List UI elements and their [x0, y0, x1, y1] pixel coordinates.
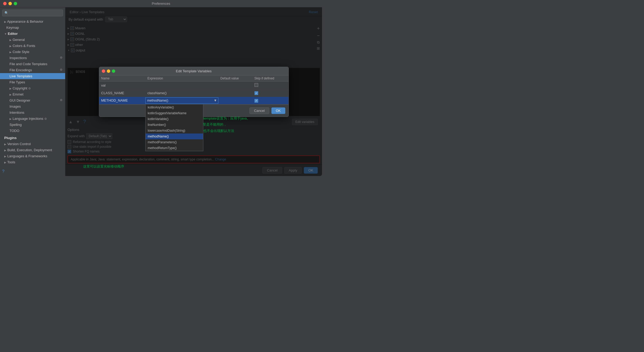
sidebar-section: ▶ Appearance & Behavior Keymap ▼ Editor … [0, 18, 65, 165]
sidebar-item-tools[interactable]: ▶ Tools [0, 159, 65, 165]
sidebar-item-version-control[interactable]: ▶ Version Control [0, 141, 65, 147]
copyright-icon: ⚙ [28, 87, 31, 90]
dropdown-item-7[interactable]: methodReturnType() [146, 145, 203, 151]
sidebar-item-inspections[interactable]: Inspections ⚙ [0, 55, 65, 61]
expr-input-methodname[interactable] [146, 98, 213, 103]
col-default: Default value [218, 75, 252, 82]
dropdown-item-5[interactable]: methodName() [146, 134, 203, 139]
cell-name-methodname: METHOD_NAME [99, 97, 145, 104]
traffic-lights [3, 2, 17, 5]
cell-skip-val[interactable] [252, 81, 289, 89]
sidebar: 🔍 ▶ Appearance & Behavior Keymap ▼ Edito… [0, 7, 65, 176]
cell-skip-methodname[interactable]: ✓ [252, 97, 289, 104]
expand-icon-lang-inj: ▶ [9, 117, 12, 120]
sidebar-item-images[interactable]: Images [0, 103, 65, 110]
help-icon[interactable]: ? [2, 169, 4, 174]
col-expression: Expression [145, 75, 218, 82]
expand-icon: ▶ [4, 20, 6, 23]
gui-designer-icon: ⚙ [60, 98, 63, 102]
sidebar-item-live-templates[interactable]: Live Templates [0, 73, 65, 79]
sidebar-item-colors-fonts[interactable]: ▶ Colors & Fonts [0, 43, 65, 49]
dialog-wrapper: 这里是一些默认方法, 我们的类名，方法名, 就通这些方法获取过 可以设置一个默认… [99, 67, 289, 117]
sidebar-item-spelling[interactable]: Spelling [0, 122, 65, 128]
sidebar-item-languages[interactable]: ▶ Languages & Frameworks [0, 153, 65, 159]
cell-default-val[interactable] [218, 81, 252, 89]
cell-default-classname[interactable] [218, 89, 252, 97]
expand-icon-editor: ▼ [4, 32, 7, 35]
col-name: Name [99, 75, 145, 82]
table-row-methodname[interactable]: METHOD_NAME ▼ [99, 97, 289, 104]
dialog-cancel-button[interactable]: Cancel [249, 107, 269, 114]
sidebar-item-general[interactable]: ▶ General [0, 37, 65, 43]
expand-icon-copyright: ▶ [9, 87, 12, 90]
cell-expr-methodname[interactable]: ▼ kotlinAnyVariable() kotlinSuggestVaria… [145, 97, 218, 104]
cell-name-classname: CLASS_NAME [99, 89, 145, 97]
sidebar-item-emmet[interactable]: ▶ Emmet [0, 91, 65, 97]
minimize-button[interactable] [8, 2, 12, 5]
dialog-fullscreen[interactable] [112, 69, 115, 73]
sidebar-item-editor[interactable]: ▼ Editor [0, 31, 65, 37]
expand-icon-colors: ▶ [9, 45, 12, 47]
sidebar-item-build[interactable]: ▶ Build, Execution, Deployment [0, 147, 65, 153]
sidebar-item-gui-designer[interactable]: GUI Designer ⚙ [0, 97, 65, 103]
annotation-cursor-order: 这里可以设置光标移动顺序 [83, 163, 124, 169]
sidebar-item-file-types[interactable]: File Types [0, 79, 65, 85]
table-row-classname[interactable]: CLASS_NAME className() ✓ [99, 89, 289, 97]
skip-checkbox-methodname[interactable]: ✓ [254, 99, 258, 103]
sidebar-item-file-code-templates[interactable]: File and Code Templates [0, 61, 65, 67]
window-title: Preferences [152, 2, 170, 6]
sidebar-item-plugins[interactable]: Plugins [0, 135, 65, 141]
cell-skip-classname[interactable]: ✓ [252, 89, 289, 97]
skip-checkbox-classname[interactable]: ✓ [254, 91, 258, 95]
main-content-area: 🔍 ▶ Appearance & Behavior Keymap ▼ Edito… [0, 7, 322, 176]
cell-expr-val[interactable] [145, 81, 218, 89]
dialog-minimize[interactable] [107, 69, 110, 73]
dropdown-item-1[interactable]: kotlinSuggestVariableName [146, 110, 203, 116]
file-encodings-icon: ⚙ [60, 68, 63, 72]
search-box[interactable]: 🔍 [2, 9, 63, 16]
sidebar-item-appearance[interactable]: ▶ Appearance & Behavior [0, 18, 65, 25]
dropdown-item-3[interactable]: lineNumber() [146, 122, 203, 128]
table-row-val[interactable]: val [99, 81, 289, 89]
expr-dropdown: kotlinAnyVariable() kotlinSuggestVariabl… [145, 104, 203, 151]
dialog-titlebar: Edit Template Variables [99, 67, 289, 75]
dialog-traffic-lights [102, 69, 115, 73]
expand-icon-general: ▶ [9, 39, 12, 41]
expand-icon-build: ▶ [4, 149, 6, 152]
sidebar-item-intentions[interactable]: Intentions [0, 110, 65, 116]
sidebar-item-file-encodings[interactable]: File Encodings ⚙ [0, 67, 65, 73]
dropdown-item-2[interactable]: kotlinVariable() [146, 116, 203, 122]
lang-inj-icon: ⚙ [44, 117, 47, 120]
sidebar-item-keymap[interactable]: Keymap [0, 25, 65, 31]
dialog-table: Name Expression Default value Skip if de… [99, 75, 289, 104]
search-input[interactable] [8, 11, 61, 15]
expand-icon-emmet: ▶ [9, 93, 12, 96]
dialog-title: Edit Template Variables [102, 69, 285, 73]
cell-expr-classname[interactable]: className() [145, 89, 218, 97]
help-icon-area: ? [0, 167, 65, 176]
preferences-window: Preferences 🔍 ▶ Appearance & Behavior Ke… [0, 0, 322, 176]
dropdown-item-0[interactable]: kotlinAnyVariable() [146, 104, 203, 110]
sidebar-item-todo[interactable]: TODO [0, 128, 65, 134]
cell-default-methodname[interactable] [218, 97, 252, 104]
dialog: Edit Template Variables Name Expression … [99, 67, 289, 117]
search-icon: 🔍 [4, 11, 8, 15]
sidebar-item-code-style[interactable]: ▶ Code Style [0, 49, 65, 55]
expand-icon-code-style: ▶ [9, 51, 12, 54]
sidebar-item-copyright[interactable]: ▶ Copyright ⚙ [0, 85, 65, 91]
dropdown-item-6[interactable]: methodParameters() [146, 139, 203, 145]
center-panel: Editor › Live Templates Reset By default… [65, 7, 322, 176]
expand-icon-tools: ▶ [4, 161, 6, 164]
dropdown-item-4[interactable]: lowercaseAndDash(String) [146, 128, 203, 134]
dialog-close[interactable] [102, 69, 105, 73]
close-button[interactable] [3, 2, 7, 5]
expand-icon-vc: ▶ [4, 143, 6, 146]
titlebar: Preferences [0, 0, 322, 7]
col-skip: Skip if defined [252, 75, 289, 82]
fullscreen-button[interactable] [14, 2, 17, 5]
dialog-content: Name Expression Default value Skip if de… [99, 75, 289, 104]
dropdown-arrow[interactable]: ▼ [213, 98, 218, 102]
dialog-ok-button[interactable]: OK [271, 107, 285, 114]
skip-checkbox-val[interactable] [254, 83, 258, 87]
sidebar-item-language-injections[interactable]: ▶ Language Injections ⚙ [0, 116, 65, 122]
